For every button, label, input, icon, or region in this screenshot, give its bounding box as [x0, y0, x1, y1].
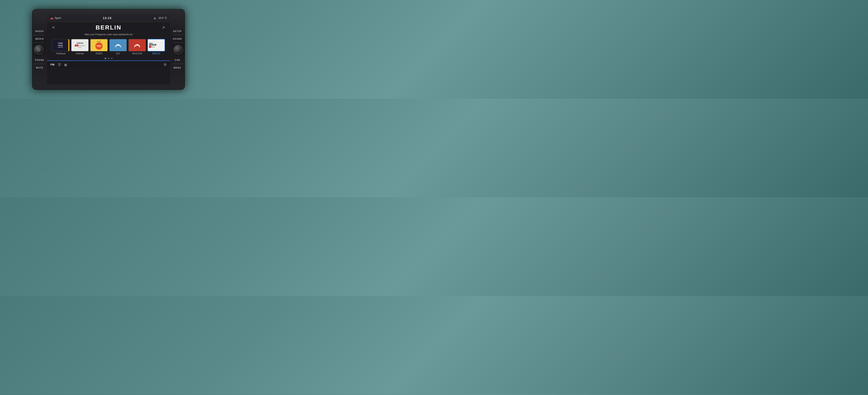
band-label[interactable]: FM: [51, 63, 55, 66]
menu-button[interactable]: MENU: [172, 64, 183, 71]
list-icon[interactable]: ☰: [58, 63, 61, 66]
station-header: < BERLIN >: [47, 22, 170, 33]
station-card-teddy[interactable]: RADIO TEDDY TEDDY: [90, 39, 108, 55]
power-knob[interactable]: ⏻: [34, 45, 44, 55]
setup-button[interactable]: SETUP: [172, 28, 183, 34]
pagination: [47, 56, 170, 60]
sound-button[interactable]: SOUND: [172, 35, 183, 42]
infotainment-bezel: RADIO MEDIA ⏻ PHONE MUTE SETUP SOUND CAR…: [32, 9, 185, 90]
divider-1: [33, 35, 44, 35]
left-panel: RADIO MEDIA ⏻ PHONE MUTE: [33, 28, 48, 71]
station-card-antennb[interactable]: antenne rbb BRANDEN BURG Antennb: [71, 39, 89, 55]
right-panel: SETUP SOUND CAR MENU: [169, 28, 184, 71]
station-label-funkhaus: Funkhaus: [56, 52, 65, 55]
station-logo-antennb: antenne rbb BRANDEN BURG: [71, 39, 89, 51]
divider-r1: [173, 35, 184, 35]
main-content: < BERLIN > Alles zum Programm unter www.…: [47, 22, 170, 84]
station-label-berlin: BERLIN: [152, 52, 160, 55]
dot-3[interactable]: [111, 58, 113, 59]
status-right: 🔈 20.5 °C: [154, 17, 167, 20]
screen: 🚗 Sport 13:15 🔈 20.5 °C < BERLIN >: [47, 15, 170, 84]
station-logo-teddy: RADIO TEDDY: [90, 39, 108, 51]
clock: 13:15: [103, 16, 112, 20]
dot-2[interactable]: [108, 58, 110, 59]
radio-button[interactable]: RADIO: [34, 28, 45, 34]
volume-icon: 🔈: [154, 17, 157, 20]
dot-1[interactable]: [105, 58, 106, 59]
temperature: 20.5 °C: [159, 17, 167, 20]
airbag-label: PASSENGER AIR BAG OFF ✕ ON ⊘: [90, 2, 127, 4]
media-button[interactable]: MEDIA: [34, 35, 45, 42]
station-logo-dlf: [110, 39, 127, 51]
bottom-bar: FM ☰ ▦ ⚙: [47, 60, 170, 68]
station-label-dlf: DLF: [116, 52, 120, 55]
station-card-dlf[interactable]: DLF: [110, 39, 127, 55]
phone-button[interactable]: PHONE: [34, 57, 45, 63]
prev-button[interactable]: <: [51, 25, 56, 30]
car-button[interactable]: CAR: [172, 57, 183, 63]
station-card-berlin[interactable]: radio BERLIN rbb 88,8 BERLIN: [148, 39, 165, 55]
station-logo-funkhaus: FUNK HAUS EUROPA: [52, 39, 69, 51]
station-subtitle: Alles zum Programm unter www.radioberlin…: [47, 33, 170, 37]
preset-icon[interactable]: ▦: [64, 63, 67, 66]
station-logo-dkultur: [128, 39, 146, 51]
station-label-dkultur: DKULTUR: [132, 52, 142, 55]
station-name: BERLIN: [56, 24, 161, 31]
bottom-left: FM ☰ ▦: [51, 63, 67, 66]
station-logo-berlin: radio BERLIN rbb 88,8: [148, 39, 165, 51]
next-button[interactable]: >: [161, 25, 166, 30]
station-label-antennb: Antennb: [76, 52, 84, 55]
station-label-teddy: TEDDY: [95, 52, 102, 55]
volume-knob[interactable]: [174, 45, 183, 55]
drive-mode: Sport: [55, 17, 61, 20]
stations-grid: FUNK HAUS EUROPA Funkhaus ant: [47, 37, 170, 56]
settings-icon[interactable]: ⚙: [164, 63, 166, 66]
car-icon: 🚗: [50, 17, 54, 20]
status-bar: 🚗 Sport 13:15 🔈 20.5 °C: [47, 15, 170, 22]
bottom-right: ⚙: [164, 63, 166, 66]
station-card-funkhaus[interactable]: FUNK HAUS EUROPA Funkhaus: [52, 39, 69, 55]
station-card-dkultur[interactable]: DKULTUR: [128, 39, 146, 55]
mute-button[interactable]: MUTE: [34, 64, 45, 71]
dashboard: PASSENGER AIR BAG OFF ✕ ON ⊘ RADIO MEDIA…: [0, 0, 217, 98]
status-left: 🚗 Sport: [50, 17, 61, 20]
